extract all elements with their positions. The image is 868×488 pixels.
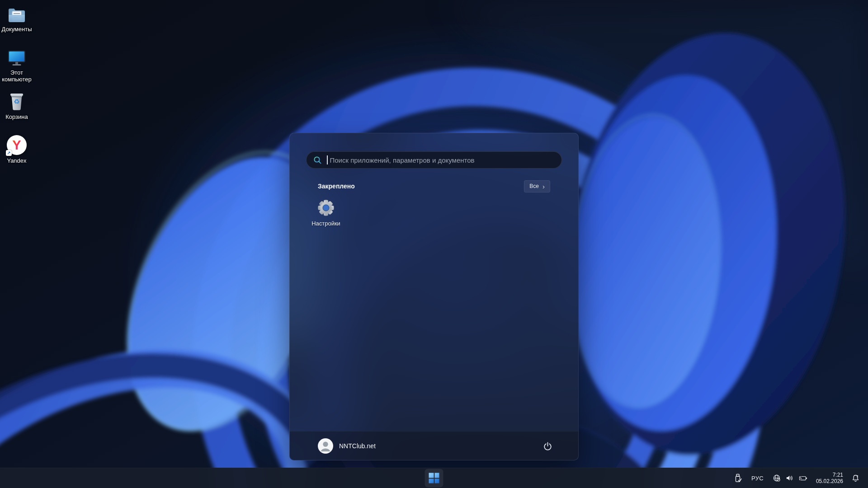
pinned-section-header: Закреплено Все › [318,179,550,193]
taskbar: РУС [0,468,868,488]
yandex-browser-icon: Y ↗ [7,135,27,155]
desktop-icon-documents[interactable]: Документы [0,4,33,33]
desktop-icon-label: Корзина [5,113,28,120]
all-apps-label: Все [529,183,539,189]
power-icon [543,441,552,451]
user-avatar-icon [318,438,333,454]
desktop: Документы Этот компьютер ♻ [0,0,868,488]
battery-charging-icon [798,474,807,482]
do-not-disturb-bell-icon: z [851,474,860,483]
usb-eject-icon [734,474,742,483]
start-menu: Закреплено Все › Настройки [289,133,579,460]
language-indicator-button[interactable]: РУС [746,470,769,486]
notifications-button[interactable]: z [848,470,863,486]
tray-time: 7:21 [833,472,843,479]
this-pc-monitor-icon [7,47,26,67]
all-apps-button[interactable]: Все › [524,180,550,192]
desktop-icon-label: Документы [1,26,32,33]
safely-remove-hardware-button[interactable] [730,470,746,486]
text-caret [327,155,328,164]
volume-icon [785,474,793,482]
network-offline-globe-icon [773,474,781,482]
user-name: NNTClub.net [339,442,376,450]
start-button[interactable] [425,469,443,488]
pinned-app-settings[interactable]: Настройки [304,195,348,231]
svg-text:z: z [857,474,859,477]
search-input[interactable] [329,156,557,164]
tray-date: 05.02.2026 [816,478,843,485]
recycle-bin-icon: ♻ [9,91,25,111]
desktop-icon-label: Yandex [7,157,26,164]
user-account-button[interactable]: NNTClub.net [318,438,376,454]
pinned-app-label: Настройки [311,220,340,227]
desktop-icon-recycle-bin[interactable]: ♻ Корзина [0,91,33,120]
language-code: РУС [751,475,764,482]
start-menu-footer: NNTClub.net [290,431,578,460]
desktop-icon-label: Этот компьютер [0,69,33,83]
desktop-icon-this-pc[interactable]: Этот компьютер [0,47,33,83]
settings-gear-icon [317,199,335,217]
clock-button[interactable]: 7:21 05.02.2026 [811,470,848,486]
recycle-symbol-icon: ♻ [9,98,25,105]
power-button[interactable] [538,437,557,455]
shortcut-arrow-icon: ↗ [6,150,12,156]
system-tray: РУС [730,468,863,488]
quick-settings-button[interactable] [769,470,811,486]
search-icon [313,156,322,164]
pinned-title: Закреплено [318,183,355,190]
desktop-icon-yandex[interactable]: Y ↗ Yandex [0,135,33,164]
windows-logo-icon [429,473,439,483]
search-box[interactable] [306,151,562,169]
chevron-right-icon: › [542,183,545,190]
documents-folder-icon [7,4,26,23]
